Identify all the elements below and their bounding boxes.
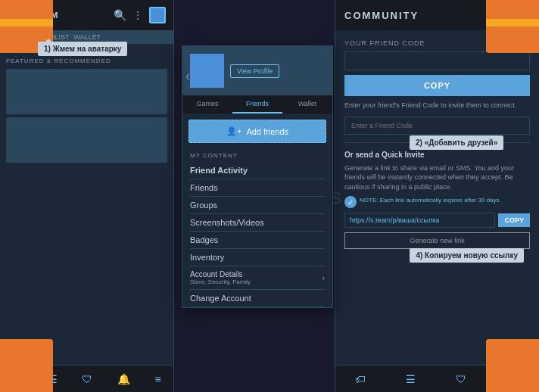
profile-header: View Profile [182, 46, 332, 95]
friend-code-input[interactable] [344, 51, 530, 70]
menu-list: Friend Activity Friends Groups Screensho… [182, 162, 332, 307]
copy-link-button[interactable]: COPY [498, 213, 530, 227]
tab-wallet[interactable]: Wallet [282, 95, 332, 114]
avatar[interactable] [149, 7, 166, 23]
link-row: COPY [344, 213, 530, 228]
tooltip-add-friends: 2) «Добавить друзей» [410, 135, 503, 150]
gift-decoration-bottom-right [486, 339, 539, 392]
gift-decoration-top-right [486, 0, 539, 53]
quick-invite-label: Or send a Quick Invite [344, 151, 530, 159]
steam-panel: STEAM 🔍 ⋮ МЕНЮ ▾ WISHLIST WALLET 1) Жмем… [0, 0, 174, 392]
note-check-icon: ✓ [344, 196, 357, 208]
gift-decoration-bottom-left [0, 339, 53, 392]
featured-label: FEATURED & RECOMMENDED [6, 58, 167, 64]
tab-games[interactable]: Games [182, 95, 232, 114]
add-friends-button[interactable]: 👤+ Add friends [188, 120, 326, 143]
chevron-right-icon: › [322, 273, 325, 282]
add-friends-icon: 👤+ [226, 126, 241, 136]
menu-item-inventory[interactable]: Inventory [190, 249, 325, 266]
profile-tab-bar: Games Friends Wallet [182, 95, 332, 114]
menu-item-badges[interactable]: Badges [190, 232, 325, 249]
featured-item [6, 117, 167, 163]
menu-item-account[interactable]: Account Details Store, Security, Family … [190, 266, 325, 290]
profile-panel: View Profile 2) «Добавить друзей» Games … [182, 45, 333, 308]
menu-icon[interactable]: ≡ [155, 373, 161, 385]
quick-invite-text: Generate a link to share via email or SM… [344, 163, 530, 192]
menu-item-friends[interactable]: Friends [190, 179, 325, 197]
community-panel: COMMUNITY ⋮ Your Friend Code COPY Enter … [335, 0, 539, 392]
back-arrow[interactable]: ‹ [185, 68, 190, 84]
community-tag-icon[interactable]: 🏷 [355, 373, 366, 385]
nav-wallet[interactable]: WALLET [74, 33, 101, 41]
invite-link-input[interactable] [344, 213, 495, 228]
search-icon[interactable]: 🔍 [114, 9, 126, 21]
tab-friends[interactable]: Friends [232, 95, 282, 114]
featured-items [6, 69, 167, 163]
menu-item-friend-activity[interactable]: Friend Activity [190, 162, 325, 179]
community-title: COMMUNITY [344, 10, 419, 21]
copy-friend-code-button[interactable]: COPY [344, 75, 530, 96]
tooltip-avatar: 1) Жмем на аватарку [38, 42, 127, 56]
menu-item-change-account[interactable]: Change Account [190, 290, 325, 307]
shield-icon[interactable]: 🛡 [82, 373, 92, 385]
community-list-icon[interactable]: ☰ [406, 373, 416, 385]
bell-icon[interactable]: 🔔 [117, 373, 130, 385]
enter-friend-code-input[interactable] [344, 117, 530, 135]
more-icon[interactable]: ⋮ [132, 9, 143, 21]
steam-header-icons: 🔍 ⋮ [114, 7, 166, 23]
tooltip-copy-link: 4) Копируем новую ссылку [410, 248, 524, 263]
note-text: NOTE: Each link automatically expires af… [360, 196, 501, 204]
menu-item-screenshots[interactable]: Screenshots/Videos [190, 214, 325, 232]
steam-content: FEATURED & RECOMMENDED [0, 44, 173, 169]
friend-code-info: Enter your friend's Friend Code to invit… [344, 101, 530, 110]
menu-item-groups[interactable]: Groups [190, 197, 325, 214]
generate-link-button[interactable]: Generate new link [344, 232, 530, 249]
my-content-label: MY CONTENT [182, 149, 332, 162]
featured-item [6, 69, 167, 114]
view-profile-button[interactable]: View Profile [230, 64, 279, 78]
profile-avatar [190, 54, 224, 88]
community-shield-icon[interactable]: 🛡 [456, 373, 466, 385]
